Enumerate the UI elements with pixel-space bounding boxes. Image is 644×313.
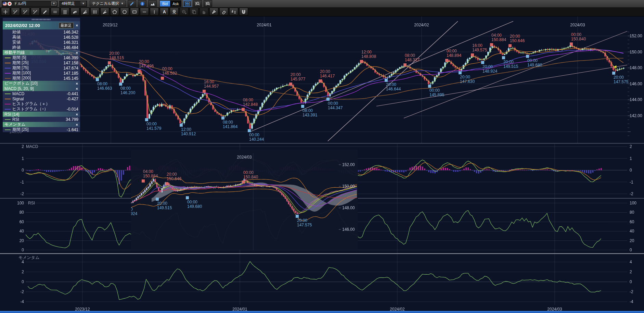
- copy-tool-button: [190, 8, 198, 16]
- latest-bar-badge[interactable]: 最新足: [59, 23, 74, 28]
- section-title: RSI [14]: [3, 112, 74, 117]
- close-icon[interactable]: ×: [74, 112, 80, 116]
- series-color-swatch: [5, 78, 11, 79]
- technical-select-label: テクニカル選択: [92, 1, 119, 6]
- chevron-down-icon: ▼: [121, 2, 124, 5]
- row-value: 146.321: [64, 40, 80, 45]
- panel-row: 期間 [25]-1.641: [3, 127, 80, 132]
- horizontal-line-tool-button[interactable]: [140, 8, 149, 16]
- indicator-section-header: ピークボトム [10]×: [3, 81, 80, 86]
- trendline-2-tool-button[interactable]: 2: [21, 8, 30, 16]
- bid-button[interactable]: Bid: [160, 1, 170, 7]
- close-icon[interactable]: ×: [74, 123, 80, 127]
- vertical-line-tool-button[interactable]: [150, 8, 159, 16]
- close-icon[interactable]: ×: [74, 23, 80, 27]
- pencil-tool-button[interactable]: [41, 8, 50, 16]
- timeframe-label: 4時間足: [60, 1, 80, 6]
- info-icon[interactable]: i: [138, 0, 146, 7]
- panel-row: 始値146.342: [3, 29, 80, 35]
- row-label: 期間 [25]: [12, 127, 67, 133]
- gann-fan-tool-button[interactable]: [100, 8, 109, 16]
- drawing-toolbar: 123AICON: [0, 8, 644, 16]
- panel-row: Signal-0.427: [3, 96, 80, 101]
- panel-row: ヒストグラム（−）-0.014: [3, 107, 80, 112]
- draw-pencil-icon[interactable]: [128, 0, 136, 7]
- zoom-out-icon[interactable]: [193, 0, 202, 7]
- row-value: -1.641: [67, 127, 80, 132]
- panel-row: ヒストグラム（＋）: [3, 101, 80, 107]
- panel-row: 高値146.528: [3, 35, 80, 40]
- eraser-tool-button[interactable]: [219, 8, 228, 16]
- indicator-info-panel: 2024/02/02 12:00 最新足 × 始値146.342高値146.52…: [3, 18, 80, 132]
- zoom-in-icon[interactable]: [204, 0, 212, 7]
- series-color-swatch: [5, 68, 11, 68]
- svg-text:ICON: ICON: [172, 13, 176, 14]
- series-color-swatch: [5, 119, 11, 120]
- close-icon[interactable]: ×: [74, 82, 80, 86]
- row-label: ヒストグラム（−）: [12, 106, 67, 112]
- indicator-section-header: モメンタム×: [3, 122, 80, 127]
- fan-arc-tool-button[interactable]: [70, 8, 79, 16]
- chart-canvas[interactable]: [0, 0, 644, 313]
- pair-dropdown-button[interactable]: ▼: [51, 1, 57, 6]
- history-clock-tool-button: [180, 8, 189, 16]
- japan-flag-icon: [8, 2, 12, 6]
- timeframe-selector[interactable]: 4時間足 ▼: [59, 0, 87, 7]
- top-toolbar: ドル/円 ▼ 4時間足 ▼ テクニカル選択 ▼ i Bid Ask: [0, 0, 644, 8]
- panel-row: RSI34.799: [3, 117, 80, 122]
- series-color-swatch: [5, 109, 11, 110]
- rectangle-tool-button[interactable]: [130, 8, 139, 16]
- section-title: ピークボトム [10]: [3, 80, 74, 86]
- row-value: 147.158: [64, 61, 80, 65]
- magnet-tool-button[interactable]: [239, 8, 248, 16]
- close-icon[interactable]: ×: [74, 87, 80, 91]
- ellipse-tool-button[interactable]: [120, 8, 129, 16]
- series-color-swatch: [5, 73, 11, 74]
- wrench-tool-button[interactable]: [209, 8, 218, 16]
- indicator-section-header: MACD [5, 20, 9]×: [3, 86, 80, 91]
- row-value: 146.399: [64, 55, 80, 60]
- row-label: RSI: [12, 117, 66, 122]
- fan-lines-tool-button[interactable]: [80, 8, 89, 16]
- bid-ask-toggle: Bid Ask: [159, 0, 181, 7]
- panel-row: 期間 [200]145.145: [3, 76, 80, 81]
- series-color-swatch: [5, 129, 11, 130]
- panel-header: 2024/02/02 12:00 最新足 ×: [3, 21, 80, 29]
- parallel-lines-tool-button[interactable]: [51, 8, 60, 16]
- series-color-swatch: [5, 99, 11, 99]
- pentagon-tool-button[interactable]: [110, 8, 119, 16]
- row-value: 146.528: [64, 35, 80, 40]
- series-color-swatch: [5, 104, 11, 104]
- indicator-settings-tool-button[interactable]: [229, 8, 238, 16]
- svg-text:1: 1: [13, 10, 15, 12]
- panel-row: 安値146.321: [3, 40, 80, 45]
- vertical-lines-tool-button[interactable]: [90, 8, 99, 16]
- row-label: MACD: [12, 91, 67, 96]
- panel-row: 期間 [100]147.185: [3, 71, 80, 76]
- row-label: Signal: [12, 97, 67, 101]
- series-color-swatch: [5, 63, 11, 63]
- series-color-swatch: [5, 93, 11, 94]
- technical-select-button[interactable]: テクニカル選択 ▼: [90, 1, 126, 7]
- panel-row: 期間 [5]146.399: [3, 55, 80, 60]
- text-tool-button[interactable]: A: [160, 8, 169, 16]
- hand-tool-button: [199, 8, 208, 16]
- currency-pair-selector[interactable]: ドル/円 ▼: [1, 0, 57, 7]
- svg-text:i: i: [142, 2, 143, 5]
- area-chart-icon[interactable]: [148, 0, 157, 7]
- close-icon[interactable]: ×: [74, 51, 80, 55]
- panel-drag-handle[interactable]: [3, 18, 80, 21]
- trendline-1-tool-button[interactable]: 1: [11, 8, 20, 16]
- candle-chart-icon[interactable]: [183, 0, 192, 7]
- panel-row: 期間 [25]147.158: [3, 60, 80, 65]
- trendline-3-tool-button[interactable]: 3: [31, 8, 40, 16]
- fibonacci-retracement-tool-button[interactable]: [61, 8, 69, 16]
- ask-button[interactable]: Ask: [170, 1, 181, 7]
- timeframe-dropdown-button[interactable]: ▼: [80, 1, 86, 6]
- indicator-section-header: 移動平均線×: [3, 50, 80, 55]
- row-value: 146.342: [64, 30, 80, 35]
- icon-stamp-tool-button[interactable]: ICON: [170, 8, 179, 16]
- row-value: -0.441: [67, 91, 80, 96]
- fx-chart-app: ドル/円 ▼ 4時間足 ▼ テクニカル選択 ▼ i Bid Ask 123AIC…: [0, 0, 644, 313]
- crosshair-tool-button[interactable]: [1, 8, 10, 16]
